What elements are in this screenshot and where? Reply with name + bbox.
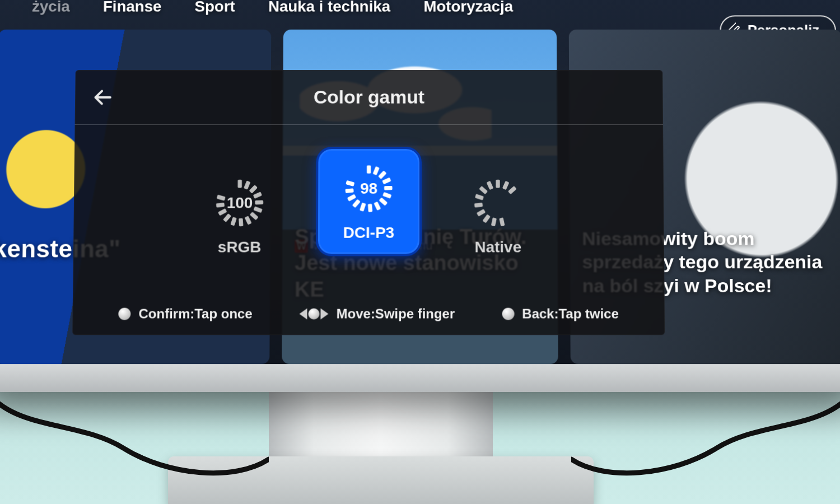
osd-hint-confirm: Confirm:Tap once <box>119 306 253 322</box>
osd-back-button[interactable] <box>90 84 116 110</box>
osd-hint-confirm-text: Confirm:Tap once <box>138 306 252 322</box>
osd-hint-bar: Confirm:Tap once Move:Swipe finger Back:… <box>72 306 664 322</box>
osd-option-srgb[interactable]: 100 sRGB <box>192 178 287 256</box>
monitor-body: życia Finanse Sport Nauka i technika Mot… <box>0 0 840 392</box>
nav-item-partial[interactable]: życia <box>32 0 70 15</box>
gauge-icon <box>472 178 524 228</box>
osd-hint-move-text: Move:Swipe finger <box>337 306 455 322</box>
osd-option-row: 100 sRGB <box>73 147 664 256</box>
gauge-icon: 100 <box>214 178 265 228</box>
osd-hint-back: Back:Tap twice <box>502 306 619 322</box>
gauge-value: 100 <box>214 178 265 228</box>
photo-scene: życia Finanse Sport Nauka i technika Mot… <box>0 0 840 504</box>
osd-option-dcip3[interactable]: 98 DCI-P3 <box>316 147 422 256</box>
nav-item-sport[interactable]: Sport <box>194 0 235 15</box>
monitor-screen: życia Finanse Sport Nauka i technika Mot… <box>0 0 840 364</box>
nav-item-motoryzacja[interactable]: Motoryzacja <box>423 0 513 15</box>
gauge-value <box>472 178 524 228</box>
osd-option-label: DCI-P3 <box>343 224 394 242</box>
news-top-nav: życia Finanse Sport Nauka i technika Mot… <box>0 0 840 27</box>
tap-dot-icon <box>119 308 131 320</box>
osd-header: Color gamut <box>75 70 663 125</box>
osd-option-label: sRGB <box>218 239 262 256</box>
tap-dot-icon <box>502 308 514 320</box>
osd-panel: Color gamut <box>72 70 665 335</box>
gauge-value: 98 <box>343 164 395 214</box>
gauge-icon: 98 <box>343 164 395 214</box>
nav-item-finanse[interactable]: Finanse <box>103 0 162 15</box>
osd-hint-back-text: Back:Tap twice <box>522 306 619 322</box>
arrow-left-icon <box>92 86 114 108</box>
monitor-stand-base <box>168 456 594 504</box>
swipe-icon <box>300 309 329 320</box>
monitor-bezel-bottom <box>0 364 840 392</box>
nav-item-nauka[interactable]: Nauka i technika <box>268 0 390 15</box>
osd-option-native[interactable]: Native <box>451 178 545 256</box>
osd-hint-move: Move:Swipe finger <box>300 306 455 322</box>
osd-option-label: Native <box>474 239 521 256</box>
osd-title: Color gamut <box>314 86 424 108</box>
